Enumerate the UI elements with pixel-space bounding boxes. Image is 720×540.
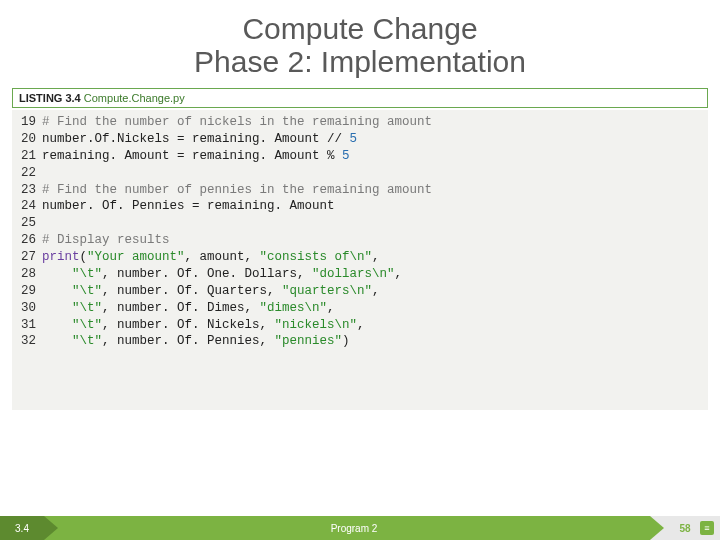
code-block: 1920212223242526272829303132 # Find the … (12, 110, 708, 410)
title-line-2: Phase 2: Implementation (0, 45, 720, 78)
title-line-1: Compute Change (0, 12, 720, 45)
chevron-icon (650, 516, 664, 540)
listing-label: LISTING 3.4 (19, 92, 81, 104)
footer-program-label: Program 2 (58, 516, 650, 540)
code-content: # Find the number of nickels in the rema… (42, 114, 708, 350)
listing-header: LISTING 3.4 Compute.Change.py (12, 88, 708, 108)
footer-section-number: 3.4 (0, 516, 44, 540)
slide-footer: 3.4 Program 2 58 ≡ (0, 516, 720, 540)
menu-icon: ≡ (700, 521, 714, 535)
chevron-icon (44, 516, 58, 540)
line-number-gutter: 1920212223242526272829303132 (12, 114, 42, 350)
slide-title: Compute Change Phase 2: Implementation (0, 0, 720, 88)
listing-filename: Compute.Change.py (84, 92, 185, 104)
